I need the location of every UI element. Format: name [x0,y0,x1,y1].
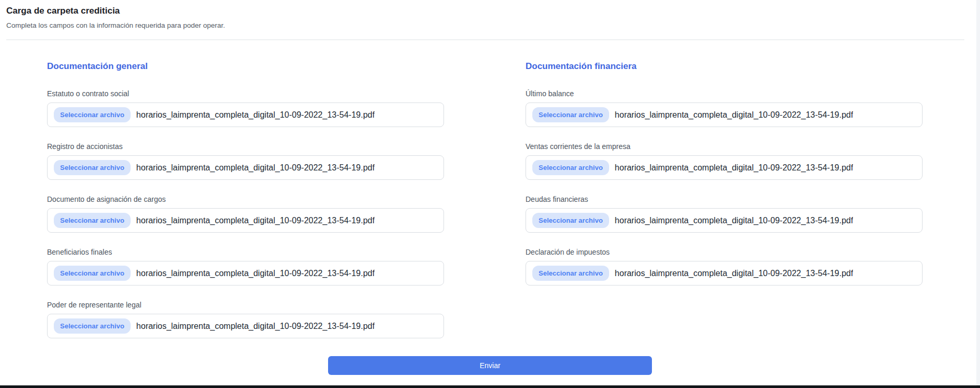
submit-row: Enviar [0,356,980,375]
file-name-text: horarios_laimprenta_completa_digital_10-… [136,269,375,278]
section-fields: Estatuto o contrato social Seleccionar a… [47,89,444,338]
select-file-button[interactable]: Seleccionar archivo [532,107,609,122]
field-label: Poder de representante legal [47,301,444,309]
file-name-text: horarios_laimprenta_completa_digital_10-… [136,322,375,331]
field-label: Estatuto o contrato social [47,89,444,98]
field-label: Último balance [526,89,923,98]
field-group: Documento de asignación de cargos Selecc… [47,195,444,233]
file-input[interactable]: Seleccionar archivo horarios_laimprenta_… [47,261,444,286]
scrollbar-track[interactable] [976,0,980,388]
file-input[interactable]: Seleccionar archivo horarios_laimprenta_… [47,102,444,127]
section-fields: Último balance Seleccionar archivo horar… [526,89,923,286]
section-title: Documentación general [47,61,444,72]
file-input[interactable]: Seleccionar archivo horarios_laimprenta_… [526,261,923,286]
file-name-text: horarios_laimprenta_completa_digital_10-… [615,216,853,225]
field-group: Último balance Seleccionar archivo horar… [526,89,923,127]
file-name-text: horarios_laimprenta_completa_digital_10-… [136,110,375,120]
page-title: Carga de carpeta crediticia [6,6,974,16]
file-input[interactable]: Seleccionar archivo horarios_laimprenta_… [526,102,923,127]
field-label: Registro de accionistas [47,142,444,151]
bottom-window-edge [0,385,980,388]
field-group: Declaración de impuestos Seleccionar arc… [526,248,923,286]
select-file-button[interactable]: Seleccionar archivo [532,160,609,175]
file-input[interactable]: Seleccionar archivo horarios_laimprenta_… [47,155,444,180]
form-section: Documentación financiera Último balance … [526,61,923,353]
file-name-text: horarios_laimprenta_completa_digital_10-… [615,163,853,173]
file-name-text: horarios_laimprenta_completa_digital_10-… [615,269,853,278]
select-file-button[interactable]: Seleccionar archivo [54,266,131,281]
file-input[interactable]: Seleccionar archivo horarios_laimprenta_… [526,155,923,180]
field-group: Registro de accionistas Seleccionar arch… [47,142,444,180]
file-input[interactable]: Seleccionar archivo horarios_laimprenta_… [526,208,923,233]
field-group: Poder de representante legal Seleccionar… [47,301,444,338]
field-group: Beneficiarios finales Seleccionar archiv… [47,248,444,286]
select-file-button[interactable]: Seleccionar archivo [532,266,609,281]
page-header: Carga de carpeta crediticia Completa los… [0,0,980,29]
file-input[interactable]: Seleccionar archivo horarios_laimprenta_… [47,314,444,338]
file-name-text: horarios_laimprenta_completa_digital_10-… [615,110,853,120]
field-group: Ventas corrientes de la empresa Seleccio… [526,142,923,180]
form-section: Documentación general Estatuto o contrat… [47,61,444,353]
file-input[interactable]: Seleccionar archivo horarios_laimprenta_… [47,208,444,233]
field-label: Beneficiarios finales [47,248,444,256]
field-label: Deudas financieras [526,195,923,203]
select-file-button[interactable]: Seleccionar archivo [54,213,131,228]
file-name-text: horarios_laimprenta_completa_digital_10-… [136,216,375,225]
select-file-button[interactable]: Seleccionar archivo [54,318,131,334]
submit-button[interactable]: Enviar [328,356,652,375]
field-group: Deudas financieras Seleccionar archivo h… [526,195,923,233]
select-file-button[interactable]: Seleccionar archivo [532,213,609,228]
select-file-button[interactable]: Seleccionar archivo [54,107,131,122]
form-columns: Documentación general Estatuto o contrat… [0,40,980,353]
file-name-text: horarios_laimprenta_completa_digital_10-… [136,163,375,173]
field-label: Documento de asignación de cargos [47,195,444,203]
field-group: Estatuto o contrato social Seleccionar a… [47,89,444,127]
field-label: Ventas corrientes de la empresa [526,142,923,151]
section-title: Documentación financiera [526,61,923,72]
select-file-button[interactable]: Seleccionar archivo [54,160,131,175]
field-label: Declaración de impuestos [526,248,923,256]
page-subtitle: Completa los campos con la información r… [6,21,974,29]
